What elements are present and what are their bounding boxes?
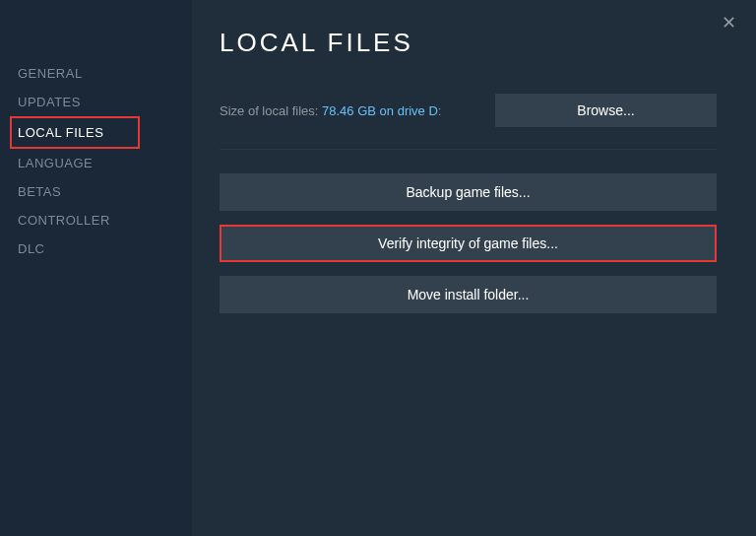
backup-button[interactable]: Backup game files... bbox=[220, 173, 717, 211]
close-icon[interactable]: ✕ bbox=[718, 8, 740, 37]
verify-button[interactable]: Verify integrity of game files... bbox=[220, 225, 717, 262]
main-panel: ✕ LOCAL FILES Size of local files: 78.46… bbox=[192, 0, 756, 536]
browse-button[interactable]: Browse... bbox=[495, 94, 717, 127]
size-label: Size of local files: 78.46 GB on drive D… bbox=[220, 103, 441, 118]
sidebar-item-dlc[interactable]: DLC bbox=[18, 234, 192, 263]
move-button[interactable]: Move install folder... bbox=[220, 276, 717, 313]
sidebar-item-updates[interactable]: UPDATES bbox=[18, 88, 192, 116]
page-title: LOCAL FILES bbox=[220, 28, 717, 58]
divider bbox=[220, 149, 717, 150]
sidebar-item-betas[interactable]: BETAS bbox=[18, 177, 192, 206]
size-value: 78.46 GB on drive D bbox=[322, 103, 438, 118]
sidebar-item-local-files[interactable]: LOCAL FILES bbox=[10, 116, 140, 149]
size-colon: : bbox=[438, 103, 442, 118]
sidebar-item-controller[interactable]: CONTROLLER bbox=[18, 206, 192, 234]
size-label-text: Size of local files: bbox=[220, 103, 322, 118]
sidebar: GENERAL UPDATES LOCAL FILES LANGUAGE BET… bbox=[0, 0, 192, 536]
sidebar-item-general[interactable]: GENERAL bbox=[18, 59, 192, 88]
sidebar-item-language[interactable]: LANGUAGE bbox=[18, 149, 192, 177]
size-info-row: Size of local files: 78.46 GB on drive D… bbox=[220, 94, 717, 127]
